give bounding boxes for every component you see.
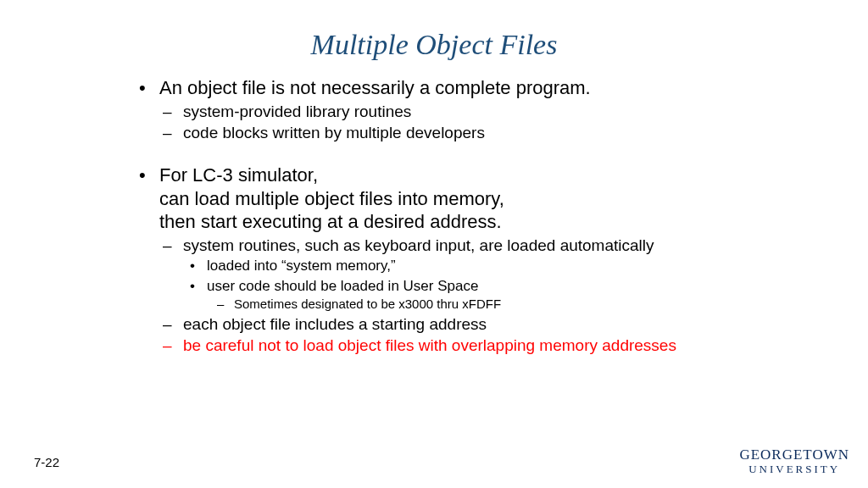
bullet-text-line: For LC-3 simulator, <box>159 164 318 186</box>
logo-line2: UNIVERSITY <box>739 463 849 474</box>
bullet-level3: loaded into “system memory,” <box>136 257 746 274</box>
bullet-level3: user code should be loaded in User Space <box>136 277 746 295</box>
bullet-level2-warning: be careful not to load object files with… <box>136 336 746 356</box>
logo-line1: GEORGETOWN <box>739 447 849 462</box>
page-number: 7-22 <box>34 455 59 469</box>
bullet-level2: system-provided library routines <box>136 102 746 122</box>
bullet-level1: For LC-3 simulator, can load multiple ob… <box>136 164 746 234</box>
slide-content: An object file is not necessarily a comp… <box>136 76 746 356</box>
bullet-level4: Sometimes designated to be x3000 thru xF… <box>136 297 746 313</box>
bullet-text-line: then start executing at a desired addres… <box>159 211 502 232</box>
bullet-level2: code blocks written by multiple develope… <box>136 123 746 143</box>
bullet-level2: system routines, such as keyboard input,… <box>136 236 746 256</box>
bullet-level1: An object file is not necessarily a comp… <box>136 76 746 100</box>
slide-title: Multiple Object Files <box>0 29 868 61</box>
georgetown-logo: GEORGETOWN UNIVERSITY <box>739 447 849 474</box>
bullet-list: An object file is not necessarily a comp… <box>136 76 746 356</box>
bullet-level2: each object file includes a starting add… <box>136 314 746 335</box>
slide: Multiple Object Files An object file is … <box>0 0 868 488</box>
bullet-text-line: can load multiple object files into memo… <box>159 188 504 209</box>
